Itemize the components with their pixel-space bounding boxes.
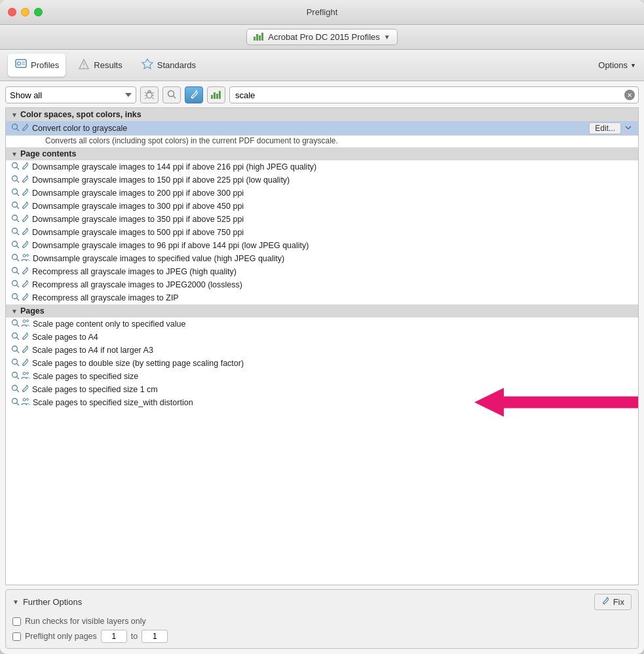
magnify-icon-pc9 — [11, 266, 20, 277]
bug-tool-button[interactable] — [140, 86, 159, 103]
show-all-select[interactable]: Show all — [5, 86, 136, 103]
options-chevron: ▼ — [630, 62, 636, 69]
magnify-icon-pg7 — [11, 397, 20, 408]
svg-point-79 — [23, 372, 26, 375]
list-item-pg3[interactable]: Scale pages to A4 if not larger A3 — [6, 344, 638, 357]
svg-point-27 — [12, 124, 18, 130]
search-input[interactable] — [229, 86, 639, 103]
svg-point-60 — [23, 286, 24, 287]
visible-layers-checkbox[interactable] — [12, 617, 21, 626]
acrobat-dropdown-chevron: ▼ — [384, 33, 390, 41]
list-item-pc3[interactable]: Downsample grayscale images to 200 ppi i… — [6, 187, 638, 200]
svg-line-34 — [17, 181, 20, 183]
fix-tool-button[interactable] — [185, 86, 203, 103]
edit-button[interactable]: Edit... — [589, 122, 621, 134]
svg-point-80 — [27, 372, 29, 374]
wrench-icon-pc5 — [21, 214, 29, 225]
tab-standards[interactable]: Standards — [134, 54, 202, 76]
list-item-pc11[interactable]: Recompress all grayscale images to ZIP — [6, 291, 638, 304]
magnify-icon-pc1 — [11, 162, 20, 172]
tab-profiles[interactable]: Profiles — [8, 54, 66, 77]
svg-point-51 — [12, 255, 18, 260]
svg-point-33 — [12, 176, 18, 181]
chart-icon — [254, 31, 264, 43]
list-item-pc9[interactable]: Recompress all grayscale images to JPEG … — [6, 265, 638, 278]
list-item-convert-color[interactable]: Convert color to grayscale Edit... — [6, 121, 638, 136]
search-icon — [167, 90, 176, 101]
tabs-bar: Profiles Results Standards Options ▼ — [0, 50, 644, 81]
preflight-pages-checkbox[interactable] — [12, 632, 21, 641]
list-item-pc7[interactable]: Downsample grayscale images to 96 ppi if… — [6, 239, 638, 252]
search-clear-button[interactable]: ✕ — [624, 90, 635, 100]
magnify-icon-pc2 — [11, 175, 20, 185]
maximize-button[interactable] — [34, 8, 43, 16]
svg-rect-23 — [211, 95, 213, 99]
list-item-pc2[interactable]: Downsample grayscale images to 150 ppi i… — [6, 173, 638, 187]
search-tool-button[interactable] — [162, 86, 181, 103]
tab-results[interactable]: Results — [71, 54, 128, 76]
svg-point-63 — [23, 299, 24, 300]
svg-point-81 — [12, 386, 18, 391]
wrench-icon-pc3 — [21, 188, 29, 198]
svg-point-48 — [12, 242, 18, 247]
pg5-text: Scale pages to specified size — [33, 372, 633, 381]
wrench-icon-pc10 — [21, 280, 29, 290]
acrobat-profile-dropdown[interactable]: Acrobat Pro DC 2015 Profiles ▼ — [246, 29, 397, 45]
svg-point-83 — [23, 391, 24, 391]
list-item-pc1[interactable]: Downsample grayscale images to 144 ppi i… — [6, 160, 638, 173]
svg-point-90 — [603, 603, 603, 604]
pg2-text: Scale pages to A4 — [32, 333, 633, 342]
list-item-pc4[interactable]: Downsample grayscale images to 300 ppi i… — [6, 200, 638, 213]
list-item-pg4[interactable]: Scale pages to double size (by setting p… — [6, 357, 638, 370]
list-item-pc5[interactable]: Downsample grayscale images to 350 ppi i… — [6, 213, 638, 226]
pc5-text: Downsample grayscale images to 350 ppi i… — [32, 215, 633, 224]
wrench-icon-pg2 — [21, 332, 29, 342]
pages-from-input[interactable] — [101, 630, 127, 643]
svg-point-47 — [23, 234, 24, 234]
pages-to-input[interactable] — [142, 630, 168, 643]
close-button[interactable] — [8, 8, 16, 16]
wrench-icon-pc1 — [21, 162, 29, 172]
list-item-pc10[interactable]: Recompress all grayscale images to JPEG2… — [6, 278, 638, 291]
titlebar: Preflight — [0, 0, 644, 25]
svg-line-52 — [17, 259, 20, 262]
item-icons — [11, 123, 29, 134]
svg-rect-24 — [214, 92, 216, 99]
checkbox-visible-layers-row: Run checks for visible layers only — [12, 617, 632, 626]
magnify-icon-pc7 — [11, 240, 20, 251]
svg-line-31 — [17, 168, 20, 170]
window-title: Preflight — [307, 7, 338, 17]
options-button[interactable]: Options ▼ — [598, 60, 636, 70]
main-content: Show all — [0, 81, 644, 654]
list-item-pg6[interactable]: Scale pages to specified size 1 cm — [6, 383, 638, 396]
fix-label: Fix — [613, 597, 624, 607]
pc7-text: Downsample grayscale images to 96 ppi if… — [32, 241, 633, 250]
svg-point-71 — [12, 346, 18, 352]
fix-button[interactable]: Fix — [594, 594, 632, 610]
magnify-icon-pc3 — [11, 188, 20, 198]
list-item-pg2[interactable]: Scale pages to A4 — [6, 331, 638, 344]
minimize-button[interactable] — [21, 8, 29, 16]
svg-line-21 — [174, 96, 176, 98]
svg-point-74 — [12, 359, 18, 365]
expand-button[interactable] — [624, 124, 633, 133]
svg-rect-3 — [261, 33, 263, 41]
list-item-pg1[interactable]: Scale page content only to specified val… — [6, 318, 638, 331]
bug-icon — [144, 89, 155, 101]
pc2-text: Downsample grayscale images to 150 ppi i… — [32, 175, 633, 185]
svg-point-66 — [23, 320, 26, 323]
list-item-pc6[interactable]: Downsample grayscale images to 500 ppi i… — [6, 226, 638, 239]
profiles-icon — [14, 57, 28, 73]
people-icon-pc8 — [21, 253, 30, 264]
barchart-tool-button[interactable] — [207, 86, 225, 103]
list-item-pg5[interactable]: Scale pages to specified size — [6, 370, 638, 383]
list-item-pc8[interactable]: Downsample grayscale images to specified… — [6, 252, 638, 265]
svg-line-37 — [17, 194, 20, 196]
svg-point-10 — [84, 67, 85, 68]
svg-point-58 — [12, 281, 18, 286]
section-color-spaces: ▼ Color spaces, spot colors, inks — [6, 108, 638, 121]
people-icon-pg7 — [21, 397, 30, 408]
svg-line-78 — [17, 377, 20, 380]
list-item-pg7[interactable]: Scale pages to specified size_with disto… — [6, 396, 638, 409]
wrench-icon — [21, 123, 29, 134]
